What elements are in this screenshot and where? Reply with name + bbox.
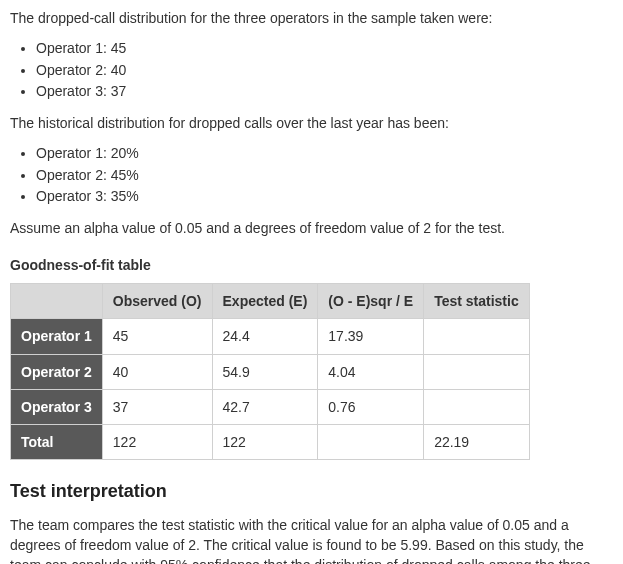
table-title: Goodness-of-fit table — [10, 255, 613, 275]
cell-expected: 24.4 — [212, 319, 318, 354]
list-item: Operator 2: 40 — [36, 60, 613, 80]
cell-oesqr: 4.04 — [318, 354, 424, 389]
table-row: Operator 1 45 24.4 17.39 — [11, 319, 530, 354]
table-row: Operator 3 37 42.7 0.76 — [11, 389, 530, 424]
interpretation-body: The team compares the test statistic wit… — [10, 515, 613, 564]
table-row-total: Total 122 122 22.19 — [11, 425, 530, 460]
cell-oesqr — [318, 425, 424, 460]
table-header-row: Observed (O) Expected (E) (O - E)sqr / E… — [11, 283, 530, 318]
goodness-of-fit-table: Observed (O) Expected (E) (O - E)sqr / E… — [10, 283, 530, 460]
table-header-blank — [11, 283, 103, 318]
intro-paragraph: The dropped-call distribution for the th… — [10, 8, 613, 28]
cell-observed: 45 — [102, 319, 212, 354]
cell-expected: 54.9 — [212, 354, 318, 389]
cell-teststat — [424, 354, 530, 389]
list-item: Operator 3: 35% — [36, 186, 613, 206]
cell-teststat: 22.19 — [424, 425, 530, 460]
list-item: Operator 1: 45 — [36, 38, 613, 58]
list-item: Operator 1: 20% — [36, 143, 613, 163]
table-row: Operator 2 40 54.9 4.04 — [11, 354, 530, 389]
table-header-teststat: Test statistic — [424, 283, 530, 318]
row-label: Operator 3 — [11, 389, 103, 424]
assumption-paragraph: Assume an alpha value of 0.05 and a degr… — [10, 218, 613, 238]
table-header-oesqr: (O - E)sqr / E — [318, 283, 424, 318]
cell-teststat — [424, 389, 530, 424]
cell-observed: 122 — [102, 425, 212, 460]
historical-distribution-list: Operator 1: 20% Operator 2: 45% Operator… — [10, 143, 613, 206]
table-header-expected: Expected (E) — [212, 283, 318, 318]
row-label: Operator 2 — [11, 354, 103, 389]
cell-expected: 122 — [212, 425, 318, 460]
table-header-observed: Observed (O) — [102, 283, 212, 318]
list-item: Operator 3: 37 — [36, 81, 613, 101]
interpretation-heading: Test interpretation — [10, 478, 613, 504]
row-label: Total — [11, 425, 103, 460]
cell-observed: 40 — [102, 354, 212, 389]
historical-paragraph: The historical distribution for dropped … — [10, 113, 613, 133]
cell-expected: 42.7 — [212, 389, 318, 424]
cell-oesqr: 0.76 — [318, 389, 424, 424]
cell-oesqr: 17.39 — [318, 319, 424, 354]
cell-teststat — [424, 319, 530, 354]
list-item: Operator 2: 45% — [36, 165, 613, 185]
row-label: Operator 1 — [11, 319, 103, 354]
sample-distribution-list: Operator 1: 45 Operator 2: 40 Operator 3… — [10, 38, 613, 101]
cell-observed: 37 — [102, 389, 212, 424]
